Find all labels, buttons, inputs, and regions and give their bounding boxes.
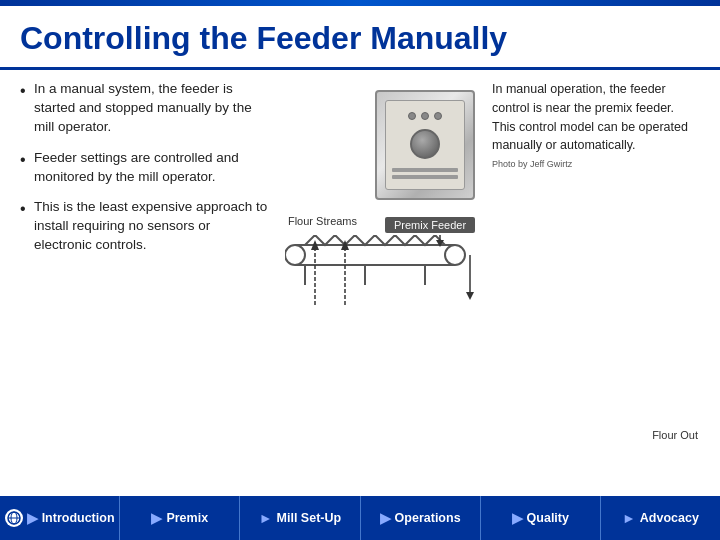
bottom-nav: ▶ Introduction ▶ Premix ► Mill Set-Up ▶ … — [0, 496, 720, 540]
panel-indicators — [408, 112, 442, 120]
title-area: Controlling the Feeder Manually — [0, 6, 720, 70]
nav-label-operations: Operations — [395, 511, 461, 525]
nav-label-advocacy: Advocacy — [640, 511, 699, 525]
bullet-item-2: Feeder settings are controlled and monit… — [20, 149, 270, 187]
feeder-image — [375, 90, 475, 200]
flour-out-label: Flour Out — [652, 429, 698, 441]
right-description: In manual operation, the feeder control … — [492, 80, 700, 155]
advocacy-arrow-icon: ► — [622, 510, 636, 526]
content-area: In a manual system, the feeder is starte… — [0, 70, 720, 496]
svg-point-2 — [285, 245, 305, 265]
intro-arrow-icon: ▶ — [27, 510, 38, 526]
nav-label-premix: Premix — [166, 511, 208, 525]
svg-point-3 — [445, 245, 465, 265]
nav-item-operations[interactable]: ▶ Operations — [361, 496, 481, 540]
photo-credit: Photo by Jeff Gwirtz — [492, 159, 700, 169]
bullet-item-3: This is the least expensive approach to … — [20, 198, 270, 255]
indicator-dot-1 — [408, 112, 416, 120]
mill-setup-arrow-icon: ► — [259, 510, 273, 526]
bullet-item-1: In a manual system, the feeder is starte… — [20, 80, 270, 137]
bullet-list: In a manual system, the feeder is starte… — [20, 80, 270, 255]
slot-line-2 — [392, 175, 458, 179]
nav-item-introduction[interactable]: ▶ Introduction — [0, 496, 120, 540]
slide-title: Controlling the Feeder Manually — [20, 20, 700, 57]
nav-item-advocacy[interactable]: ► Advocacy — [601, 496, 720, 540]
indicator-dot-2 — [421, 112, 429, 120]
slide: Controlling the Feeder Manually In a man… — [0, 0, 720, 540]
left-column: In a manual system, the feeder is starte… — [20, 80, 280, 486]
panel-slots — [392, 168, 458, 179]
quality-arrow-icon: ▶ — [512, 510, 523, 526]
right-column: In manual operation, the feeder control … — [480, 80, 700, 486]
nav-label-quality: Quality — [527, 511, 569, 525]
operations-arrow-icon: ▶ — [380, 510, 391, 526]
nav-item-mill-setup[interactable]: ► Mill Set-Up — [240, 496, 360, 540]
nav-item-premix[interactable]: ▶ Premix — [120, 496, 240, 540]
premix-feeder-label: Premix Feeder — [385, 217, 475, 233]
slot-line-1 — [392, 168, 458, 172]
nav-label-mill-setup: Mill Set-Up — [277, 511, 342, 525]
center-column: Flour Streams Premix Feeder — [280, 80, 480, 486]
conveyor-diagram — [285, 235, 475, 325]
premix-arrow-icon: ▶ — [151, 510, 162, 526]
globe-icon — [5, 509, 23, 527]
flour-streams-label: Flour Streams — [285, 215, 360, 227]
nav-label-introduction: Introduction — [42, 511, 115, 525]
nav-item-quality[interactable]: ▶ Quality — [481, 496, 601, 540]
indicator-dot-3 — [434, 112, 442, 120]
svg-marker-14 — [466, 292, 474, 300]
feeder-panel — [385, 100, 465, 190]
panel-knob — [410, 129, 440, 159]
